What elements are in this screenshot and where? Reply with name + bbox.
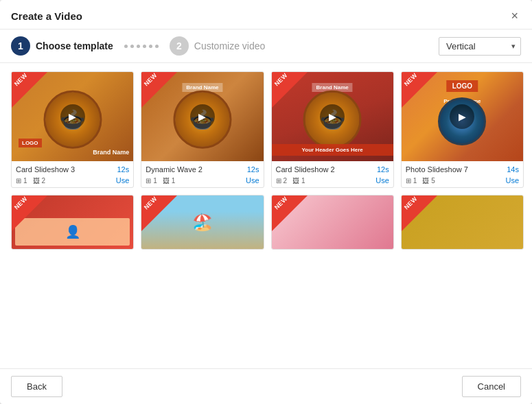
scene-num-1: 1 (23, 177, 27, 185)
template-photo-slideshow-7[interactable]: NEW LOGO Product Name ▶ Photo Slideshow … (401, 71, 524, 188)
card-slideshow-2-info: Card Slideshow 2 12s ⊞ 2 🖼 (272, 161, 393, 187)
card-meta-row-3: ⊞ 2 🖼 1 Use (276, 176, 389, 185)
step-1-label: Choose template (36, 40, 113, 51)
photo-slideshow-7-thumb: NEW LOGO Product Name ▶ (402, 72, 523, 161)
image-icon-4: 🖼 (422, 177, 429, 185)
use-button-1[interactable]: Use (116, 176, 130, 185)
logo-overlay-1: LOGO (19, 139, 42, 147)
dot-4 (143, 45, 146, 48)
card-name-row-1: Card Slideshow 3 12s (16, 165, 129, 174)
partial-card-2[interactable]: NEW 🏖️ (141, 195, 264, 250)
image-icon-2: 🖼 (163, 177, 170, 185)
card-name-row-2: Dynamic Wave 2 12s (146, 165, 259, 174)
image-icon-3: 🖼 (292, 177, 299, 185)
dot-1 (124, 45, 128, 48)
card-name-row-4: Photo Slideshow 7 14s (406, 165, 519, 174)
header-overlay-3: Your Header Goes Here (272, 144, 393, 156)
card-meta-row-4: ⊞ 1 🖼 5 Use (406, 176, 519, 185)
scene-num-4: 1 (413, 177, 417, 185)
step-2: 2 Customize video (170, 36, 266, 56)
templates-grid-scroll[interactable]: NEW ▶ LOGO Brand Name Card Slideshow 3 1… (0, 63, 532, 368)
use-button-3[interactable]: Use (375, 176, 389, 185)
use-button-4[interactable]: Use (505, 176, 519, 185)
scene-count-2: ⊞ 1 (146, 177, 157, 185)
dialog-footer: Back Cancel (0, 368, 532, 404)
step-1: 1 Choose template (11, 36, 113, 56)
step-1-number: 1 (18, 40, 23, 51)
template-card-slideshow-2[interactable]: NEW Brand Name ▶ Your Header Goes Here C… (271, 71, 394, 188)
image-count-3: 🖼 1 (292, 177, 305, 185)
dot-3 (137, 45, 140, 48)
play-button-4[interactable]: ▶ (450, 104, 474, 129)
dot-2 (130, 45, 134, 48)
template-card-slideshow-3[interactable]: NEW ▶ LOGO Brand Name Card Slideshow 3 1… (11, 71, 134, 188)
card-meta-3: ⊞ 2 🖼 1 (276, 177, 305, 185)
photo-slideshow-7-info: Photo Slideshow 7 14s ⊞ 1 🖼 (402, 161, 523, 187)
image-num-3: 1 (301, 177, 305, 185)
card-duration-1: 12s (117, 165, 130, 174)
logo-overlay-4: LOGO (447, 80, 478, 92)
use-button-2[interactable]: Use (246, 176, 259, 185)
play-button-3[interactable]: ▶ (320, 104, 345, 129)
card-duration-2: 12s (247, 165, 259, 174)
card-duration-3: 12s (377, 165, 389, 174)
back-button[interactable]: Back (11, 376, 62, 397)
play-button-1[interactable]: ▶ (60, 104, 85, 129)
steps-bar: 1 Choose template 2 Customize video Vert… (0, 29, 532, 63)
image-num-2: 1 (172, 177, 176, 185)
dialog-title: Create a Video (11, 10, 82, 22)
content-area: NEW ▶ LOGO Brand Name Card Slideshow 3 1… (0, 63, 532, 368)
card-name-row-3: Card Slideshow 2 12s (276, 165, 389, 174)
scene-count-4: ⊞ 1 (406, 177, 417, 185)
step-divider (124, 45, 159, 48)
scene-num-2: 1 (153, 177, 157, 185)
scene-count-1: ⊞ 1 (16, 177, 27, 185)
partial-card-4[interactable]: NEW (401, 195, 524, 250)
image-count-1: 🖼 2 (33, 177, 46, 185)
image-count-2: 🖼 1 (163, 177, 176, 185)
scene-icon-3: ⊞ (276, 177, 281, 185)
card-duration-4: 14s (507, 165, 519, 174)
card-meta-2: ⊞ 1 🖼 1 (146, 177, 175, 185)
card-slideshow-3-info: Card Slideshow 3 12s ⊞ 1 🖼 (12, 161, 133, 187)
dot-6 (155, 45, 159, 48)
image-count-4: 🖼 5 (422, 177, 435, 185)
image-num-4: 5 (431, 177, 435, 185)
card-name-2: Dynamic Wave 2 (146, 165, 203, 174)
create-video-dialog: Create a Video × 1 Choose template 2 Cus… (0, 0, 532, 404)
orientation-dropdown[interactable]: Vertical Horizontal Square (439, 37, 521, 56)
step-2-circle: 2 (170, 36, 189, 56)
step-2-number: 2 (176, 40, 182, 51)
card-slideshow-2-thumb: NEW Brand Name ▶ Your Header Goes Here (272, 72, 393, 161)
image-icon-1: 🖼 (33, 177, 40, 185)
card-name-4: Photo Slideshow 7 (406, 165, 468, 174)
play-button-2[interactable]: ▶ (190, 104, 215, 129)
dynamic-wave-2-thumb: NEW Brand Name ▶ (141, 72, 263, 161)
card-slideshow-3-thumb: NEW ▶ LOGO Brand Name (12, 72, 133, 161)
card-meta-row-2: ⊞ 1 🖼 1 Use (146, 176, 259, 185)
close-button[interactable]: × (508, 8, 521, 23)
partial-card-1[interactable]: NEW 👤 (11, 195, 134, 250)
template-dynamic-wave-2[interactable]: NEW Brand Name ▶ Dynamic Wave 2 12s (141, 71, 264, 188)
card-meta-4: ⊞ 1 🖼 5 (406, 177, 435, 185)
card-meta-row-1: ⊞ 1 🖼 2 Use (16, 176, 129, 185)
templates-grid: NEW ▶ LOGO Brand Name Card Slideshow 3 1… (11, 71, 524, 250)
card-name-1: Card Slideshow 3 (16, 165, 75, 174)
new-badge-3 (272, 72, 308, 108)
card-name-3: Card Slideshow 2 (276, 165, 335, 174)
step-2-label: Customize video (194, 40, 266, 51)
partial-card-3[interactable]: NEW (271, 195, 394, 250)
scene-icon-1: ⊞ (16, 177, 21, 185)
brand-name-overlay-1: Brand Name (93, 149, 129, 156)
new-badge-p3 (272, 195, 308, 231)
dynamic-wave-2-info: Dynamic Wave 2 12s ⊞ 1 🖼 (141, 161, 263, 187)
dot-5 (149, 45, 152, 48)
step-1-circle: 1 (11, 36, 30, 56)
scene-icon-2: ⊞ (146, 177, 151, 185)
orientation-dropdown-container[interactable]: Vertical Horizontal Square ▾ (439, 37, 521, 56)
cancel-button[interactable]: Cancel (462, 376, 521, 397)
image-num-1: 2 (42, 177, 46, 185)
scene-count-3: ⊞ 2 (276, 177, 288, 185)
dialog-header: Create a Video × (0, 0, 532, 29)
card-meta-1: ⊞ 1 🖼 2 (16, 177, 45, 185)
